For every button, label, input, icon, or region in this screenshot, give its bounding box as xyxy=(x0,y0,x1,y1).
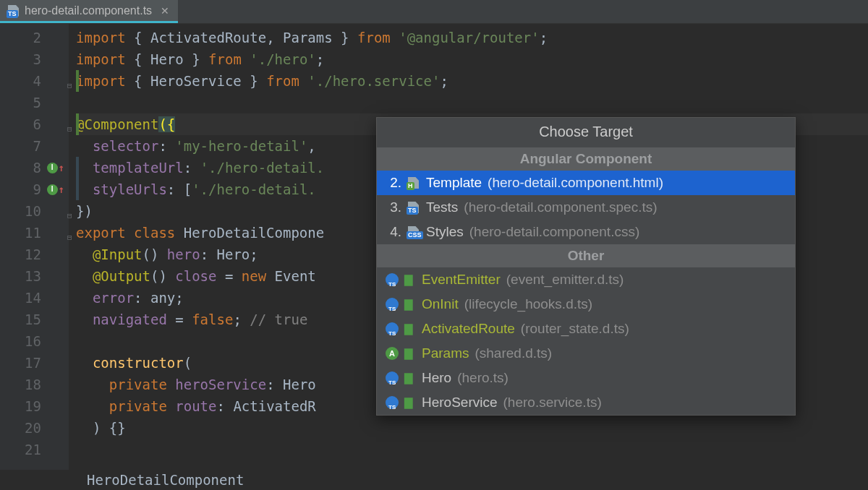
close-icon[interactable]: ✕ xyxy=(156,5,169,17)
line-number: 7 xyxy=(0,135,69,157)
annotation-symbol-icon: A xyxy=(386,347,399,360)
line-number: 20 xyxy=(0,417,69,439)
line-number: 9 I↑ xyxy=(0,179,69,200)
choose-target-popup: Choose Target Angular Component 2. H Tem… xyxy=(376,117,796,416)
popup-item-styles[interactable]: 4. CSS Styles (hero-detail.component.css… xyxy=(377,220,795,244)
namespace-icon: ▇ xyxy=(404,298,416,311)
gutter[interactable]: 2 3 4 5 6 7 8 I↑ 9 I↑ 10 11 12 13 14 15 … xyxy=(0,24,69,470)
ts-symbol-icon xyxy=(386,322,399,335)
line-number: 18 xyxy=(0,374,69,395)
breadcrumb[interactable]: HeroDetailComponent xyxy=(0,470,868,490)
gutter-implements-marker[interactable]: I↑ xyxy=(47,179,64,200)
line-number: 21 xyxy=(0,439,69,460)
html-file-icon: H xyxy=(407,176,420,189)
css-file-icon: CSS xyxy=(407,225,420,238)
line-number: 6 xyxy=(0,113,69,135)
namespace-icon: ▇ xyxy=(404,347,416,360)
namespace-icon: ▇ xyxy=(404,371,416,384)
popup-item-eventemitter[interactable]: ▇ EventEmitter (event_emitter.d.ts) xyxy=(377,267,795,292)
line-number: 5 xyxy=(0,92,69,113)
namespace-icon: ▇ xyxy=(404,322,416,335)
line-number: 10 xyxy=(0,200,69,222)
line-number: 14 xyxy=(0,287,69,309)
ts-symbol-icon xyxy=(386,371,399,384)
line-number: 2 xyxy=(0,27,69,48)
ts-symbol-icon xyxy=(386,298,399,311)
popup-item-tests[interactable]: 3. TS Tests (hero-detail.component.spec.… xyxy=(377,195,795,220)
popup-section-other: Other xyxy=(377,244,795,267)
line-number: 12 xyxy=(0,244,69,265)
fold-icon[interactable]: ⊟ xyxy=(67,75,75,82)
popup-item-activatedroute[interactable]: ▇ ActivatedRoute (router_state.d.ts) xyxy=(377,317,795,341)
line-number: 4 xyxy=(0,70,69,92)
ts-file-icon: TS xyxy=(7,4,20,17)
popup-item-params[interactable]: A ▇ Params (shared.d.ts) xyxy=(377,341,795,366)
line-number: 16 xyxy=(0,330,69,352)
line-number: 15 xyxy=(0,309,69,330)
line-number: 8 I↑ xyxy=(0,157,69,179)
ts-file-icon: TS xyxy=(407,201,420,214)
line-number: 11 xyxy=(0,222,69,244)
popup-title: Choose Target xyxy=(377,118,795,147)
line-number: 13 xyxy=(0,265,69,287)
tab-bar: TS hero-detail.component.ts ✕ xyxy=(0,0,868,24)
popup-section-angular: Angular Component xyxy=(377,147,795,171)
line-number: 19 xyxy=(0,395,69,417)
fold-icon[interactable]: ⊟ xyxy=(67,205,75,212)
namespace-icon: ▇ xyxy=(404,273,416,286)
popup-item-hero[interactable]: ▇ Hero (hero.ts) xyxy=(377,366,795,390)
popup-item-template[interactable]: 2. H Template (hero-detail.component.htm… xyxy=(377,171,795,195)
popup-item-oninit[interactable]: ▇ OnInit (lifecycle_hooks.d.ts) xyxy=(377,292,795,317)
gutter-implements-marker[interactable]: I↑ xyxy=(47,157,64,179)
ts-symbol-icon xyxy=(386,273,399,286)
fold-icon[interactable]: ⊟ xyxy=(67,119,75,126)
editor-tab[interactable]: TS hero-detail.component.ts ✕ xyxy=(0,0,178,23)
ts-symbol-icon xyxy=(386,396,399,409)
line-number: 17 xyxy=(0,352,69,374)
popup-item-heroservice[interactable]: ▇ HeroService (hero.service.ts) xyxy=(377,390,795,415)
line-number: 3 xyxy=(0,48,69,70)
tab-filename: hero-detail.component.ts xyxy=(25,4,152,17)
fold-icon[interactable]: ⊟ xyxy=(67,227,75,234)
namespace-icon: ▇ xyxy=(404,396,416,409)
